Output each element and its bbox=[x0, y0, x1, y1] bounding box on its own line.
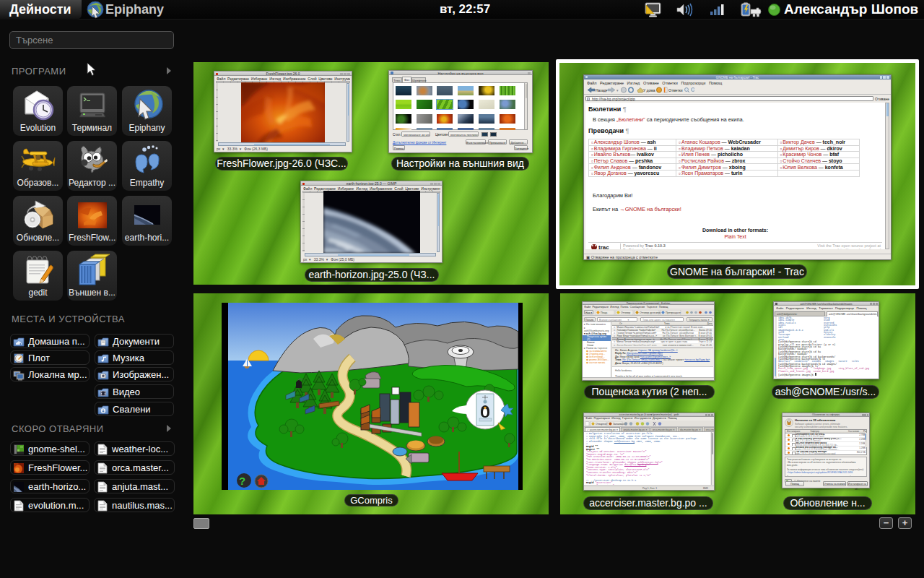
svg-text:▾: ▾ bbox=[606, 88, 608, 92]
svg-text:У дома: У дома bbox=[643, 88, 655, 92]
svg-text:?: ? bbox=[239, 475, 245, 487]
svg-text:Отговор до всички: Отговор до всички bbox=[640, 311, 661, 314]
svg-text:Поща: Поща bbox=[601, 311, 607, 314]
svg-text:Отваряне ▾: Отваряне ▾ bbox=[596, 423, 609, 426]
svg-text:Назад: Назад bbox=[596, 88, 606, 92]
svg-text:▾: ▾ bbox=[616, 88, 619, 92]
svg-text:trac: trac bbox=[598, 244, 609, 249]
svg-text:Отговор: Отговор bbox=[621, 311, 630, 314]
svg-text:Отметки: Отметки bbox=[668, 88, 683, 92]
svg-text:Запазване: Запазване bbox=[613, 423, 625, 426]
svg-text:Препращане: Препращане bbox=[666, 311, 681, 314]
